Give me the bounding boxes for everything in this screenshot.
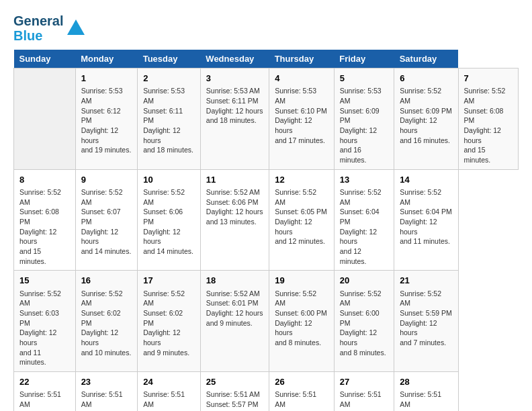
day-info: Sunrise: 5:52 AM Sunset: 6:08 PM Dayligh… bbox=[464, 86, 513, 165]
day-number: 8 bbox=[19, 174, 70, 186]
weekday-header: Thursday bbox=[269, 50, 335, 68]
calendar-cell: 3Sunrise: 5:53 AM Sunset: 6:11 PM Daylig… bbox=[200, 68, 269, 170]
weekday-header: Friday bbox=[334, 50, 394, 68]
calendar-cell: 25Sunrise: 5:51 AM Sunset: 5:57 PM Dayli… bbox=[200, 372, 269, 411]
day-number: 26 bbox=[275, 376, 328, 388]
day-info: Sunrise: 5:53 AM Sunset: 6:10 PM Dayligh… bbox=[275, 86, 328, 145]
calendar-cell: 20Sunrise: 5:52 AM Sunset: 6:00 PM Dayli… bbox=[334, 271, 394, 372]
day-info: Sunrise: 5:52 AM Sunset: 6:05 PM Dayligh… bbox=[275, 187, 328, 246]
calendar-week-row: 22Sunrise: 5:51 AM Sunset: 5:59 PM Dayli… bbox=[14, 372, 519, 411]
day-info: Sunrise: 5:52 AM Sunset: 6:06 PM Dayligh… bbox=[143, 187, 195, 257]
day-number: 12 bbox=[275, 174, 328, 186]
day-number: 25 bbox=[206, 376, 263, 388]
day-info: Sunrise: 5:51 AM Sunset: 5:55 PM Dayligh… bbox=[340, 390, 388, 411]
calendar-cell: 19Sunrise: 5:52 AM Sunset: 6:00 PM Dayli… bbox=[269, 271, 335, 372]
day-info: Sunrise: 5:52 AM Sunset: 6:03 PM Dayligh… bbox=[19, 289, 70, 368]
day-number: 11 bbox=[206, 174, 263, 186]
day-info: Sunrise: 5:51 AM Sunset: 5:58 PM Dayligh… bbox=[81, 390, 132, 411]
day-number: 14 bbox=[400, 174, 452, 186]
calendar-cell: 5Sunrise: 5:53 AM Sunset: 6:09 PM Daylig… bbox=[334, 68, 394, 170]
svg-marker-0 bbox=[67, 19, 85, 35]
day-number: 1 bbox=[81, 73, 132, 85]
day-info: Sunrise: 5:52 AM Sunset: 5:59 PM Dayligh… bbox=[400, 289, 452, 348]
day-info: Sunrise: 5:52 AM Sunset: 6:00 PM Dayligh… bbox=[340, 289, 388, 358]
calendar-cell: 24Sunrise: 5:51 AM Sunset: 5:57 PM Dayli… bbox=[138, 372, 201, 411]
day-info: Sunrise: 5:51 AM Sunset: 5:56 PM Dayligh… bbox=[275, 390, 328, 411]
day-number: 4 bbox=[275, 73, 328, 85]
day-info: Sunrise: 5:52 AM Sunset: 6:04 PM Dayligh… bbox=[400, 187, 452, 246]
day-number: 15 bbox=[19, 275, 70, 287]
calendar-cell: 4Sunrise: 5:53 AM Sunset: 6:10 PM Daylig… bbox=[269, 68, 335, 170]
calendar-cell: 26Sunrise: 5:51 AM Sunset: 5:56 PM Dayli… bbox=[269, 372, 335, 411]
day-number: 7 bbox=[464, 73, 513, 85]
day-info: Sunrise: 5:52 AM Sunset: 6:02 PM Dayligh… bbox=[143, 289, 195, 358]
calendar-cell: 11Sunrise: 5:52 AM Sunset: 6:06 PM Dayli… bbox=[200, 169, 269, 271]
day-number: 6 bbox=[400, 73, 452, 85]
day-number: 21 bbox=[400, 275, 452, 287]
day-info: Sunrise: 5:51 AM Sunset: 5:57 PM Dayligh… bbox=[206, 390, 263, 411]
day-number: 20 bbox=[340, 275, 388, 287]
calendar-cell: 18Sunrise: 5:52 AM Sunset: 6:01 PM Dayli… bbox=[200, 271, 269, 372]
calendar-cell: 28Sunrise: 5:51 AM Sunset: 5:55 PM Dayli… bbox=[394, 372, 458, 411]
calendar-cell: 1Sunrise: 5:53 AM Sunset: 6:12 PM Daylig… bbox=[75, 68, 138, 170]
day-info: Sunrise: 5:52 AM Sunset: 6:08 PM Dayligh… bbox=[19, 187, 70, 267]
day-number: 19 bbox=[275, 275, 328, 287]
day-info: Sunrise: 5:52 AM Sunset: 6:06 PM Dayligh… bbox=[206, 187, 263, 227]
weekday-header: Sunday bbox=[14, 50, 76, 68]
calendar-cell: 23Sunrise: 5:51 AM Sunset: 5:58 PM Dayli… bbox=[75, 372, 138, 411]
day-number: 24 bbox=[143, 376, 195, 388]
day-number: 16 bbox=[81, 275, 132, 287]
weekday-header: Monday bbox=[75, 50, 138, 68]
calendar-cell bbox=[14, 68, 76, 170]
day-number: 28 bbox=[400, 376, 452, 388]
calendar-cell: 10Sunrise: 5:52 AM Sunset: 6:06 PM Dayli… bbox=[138, 169, 201, 271]
day-info: Sunrise: 5:53 AM Sunset: 6:11 PM Dayligh… bbox=[206, 86, 263, 126]
calendar-cell: 9Sunrise: 5:52 AM Sunset: 6:07 PM Daylig… bbox=[75, 169, 138, 271]
calendar-table: SundayMondayTuesdayWednesdayThursdayFrid… bbox=[13, 50, 519, 411]
calendar-cell: 12Sunrise: 5:52 AM Sunset: 6:05 PM Dayli… bbox=[269, 169, 335, 271]
day-info: Sunrise: 5:52 AM Sunset: 6:09 PM Dayligh… bbox=[400, 86, 452, 145]
day-info: Sunrise: 5:52 AM Sunset: 6:02 PM Dayligh… bbox=[81, 289, 132, 358]
calendar-cell: 2Sunrise: 5:53 AM Sunset: 6:11 PM Daylig… bbox=[138, 68, 201, 170]
day-number: 9 bbox=[81, 174, 132, 186]
weekday-header: Wednesday bbox=[200, 50, 269, 68]
day-info: Sunrise: 5:52 AM Sunset: 6:00 PM Dayligh… bbox=[275, 289, 328, 348]
day-number: 2 bbox=[143, 73, 195, 85]
weekday-header: Saturday bbox=[394, 50, 458, 68]
day-info: Sunrise: 5:53 AM Sunset: 6:12 PM Dayligh… bbox=[81, 86, 132, 155]
calendar-cell: 13Sunrise: 5:52 AM Sunset: 6:04 PM Dayli… bbox=[334, 169, 394, 271]
calendar-week-row: 1Sunrise: 5:53 AM Sunset: 6:12 PM Daylig… bbox=[14, 68, 519, 170]
day-info: Sunrise: 5:53 AM Sunset: 6:11 PM Dayligh… bbox=[143, 86, 195, 155]
day-number: 27 bbox=[340, 376, 388, 388]
page-header: General Blue bbox=[13, 13, 519, 43]
calendar-cell: 27Sunrise: 5:51 AM Sunset: 5:55 PM Dayli… bbox=[334, 372, 394, 411]
day-number: 22 bbox=[19, 376, 70, 388]
calendar-week-row: 8Sunrise: 5:52 AM Sunset: 6:08 PM Daylig… bbox=[14, 169, 519, 271]
day-number: 5 bbox=[340, 73, 388, 85]
day-number: 13 bbox=[340, 174, 388, 186]
day-number: 17 bbox=[143, 275, 195, 287]
calendar-cell: 15Sunrise: 5:52 AM Sunset: 6:03 PM Dayli… bbox=[14, 271, 76, 372]
calendar-week-row: 15Sunrise: 5:52 AM Sunset: 6:03 PM Dayli… bbox=[14, 271, 519, 372]
day-info: Sunrise: 5:52 AM Sunset: 6:04 PM Dayligh… bbox=[340, 187, 388, 267]
day-number: 3 bbox=[206, 73, 263, 85]
calendar-cell: 16Sunrise: 5:52 AM Sunset: 6:02 PM Dayli… bbox=[75, 271, 138, 372]
calendar-cell: 21Sunrise: 5:52 AM Sunset: 5:59 PM Dayli… bbox=[394, 271, 458, 372]
day-info: Sunrise: 5:51 AM Sunset: 5:57 PM Dayligh… bbox=[143, 390, 195, 411]
logo-text: General Blue bbox=[13, 13, 63, 43]
day-number: 10 bbox=[143, 174, 195, 186]
day-info: Sunrise: 5:51 AM Sunset: 5:59 PM Dayligh… bbox=[19, 390, 70, 411]
day-number: 23 bbox=[81, 376, 132, 388]
day-info: Sunrise: 5:52 AM Sunset: 6:01 PM Dayligh… bbox=[206, 289, 263, 328]
calendar-cell: 17Sunrise: 5:52 AM Sunset: 6:02 PM Dayli… bbox=[138, 271, 201, 372]
calendar-cell: 7Sunrise: 5:52 AM Sunset: 6:08 PM Daylig… bbox=[458, 68, 519, 170]
calendar-cell: 6Sunrise: 5:52 AM Sunset: 6:09 PM Daylig… bbox=[394, 68, 458, 170]
weekday-header: Tuesday bbox=[138, 50, 201, 68]
logo: General Blue bbox=[13, 13, 86, 43]
day-info: Sunrise: 5:53 AM Sunset: 6:09 PM Dayligh… bbox=[340, 86, 388, 165]
calendar-cell: 8Sunrise: 5:52 AM Sunset: 6:08 PM Daylig… bbox=[14, 169, 76, 271]
day-info: Sunrise: 5:52 AM Sunset: 6:07 PM Dayligh… bbox=[81, 187, 132, 257]
calendar-cell: 14Sunrise: 5:52 AM Sunset: 6:04 PM Dayli… bbox=[394, 169, 458, 271]
calendar-cell: 22Sunrise: 5:51 AM Sunset: 5:59 PM Dayli… bbox=[14, 372, 76, 411]
day-info: Sunrise: 5:51 AM Sunset: 5:55 PM Dayligh… bbox=[400, 390, 452, 411]
